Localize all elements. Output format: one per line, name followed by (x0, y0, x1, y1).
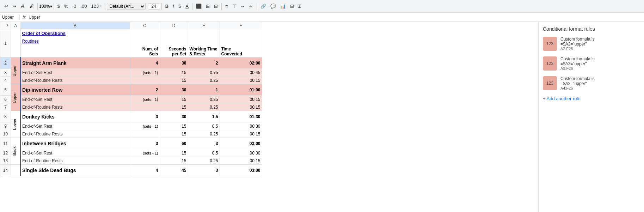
col-header-a[interactable]: A (11, 22, 21, 29)
cell-c13[interactable] (130, 157, 160, 165)
cell-b10[interactable]: End-of-Routine Rests (20, 130, 130, 138)
redo-button[interactable]: ↪ (11, 3, 18, 10)
bold-button[interactable]: B (164, 3, 170, 10)
cell-c9[interactable]: (sets - 1) (130, 122, 160, 130)
cell-d13[interactable]: 15 (160, 157, 188, 165)
cell-d6[interactable]: 15 (160, 96, 188, 103)
cell-d11[interactable]: 60 (160, 138, 188, 149)
cell-f7[interactable]: 00:15 (220, 103, 262, 111)
cell-b4[interactable]: End-of-Routine Rests (20, 77, 130, 84)
underline-button[interactable]: A (184, 3, 190, 10)
cell-b2[interactable]: Straight Arm Plank (20, 57, 130, 69)
cell-f3[interactable]: 00:45 (220, 69, 262, 77)
row-header-10[interactable]: 10 (0, 130, 11, 138)
text-dir-button[interactable]: ↔ (239, 3, 247, 10)
cell-d10[interactable]: 15 (160, 130, 188, 138)
col-header-b[interactable]: B (20, 22, 130, 29)
cell-e14[interactable]: 3 (188, 165, 220, 176)
row-header-14[interactable]: 14 (0, 165, 11, 176)
cell-c10[interactable] (130, 130, 160, 138)
cell-c11[interactable]: 3 (130, 138, 160, 149)
strikethrough-button[interactable]: S (177, 3, 183, 10)
cell-d14[interactable]: 45 (160, 165, 188, 176)
cell-b3[interactable]: End-of-Set Rest (20, 69, 130, 77)
cell-e6[interactable]: 0.25 (188, 96, 220, 103)
cell-d1[interactable]: Secondsper Set (160, 29, 188, 57)
cell-e4[interactable]: 0.25 (188, 77, 220, 84)
undo-button[interactable]: ↩ (2, 3, 10, 10)
cell-e2[interactable]: 2 (188, 57, 220, 69)
link-button[interactable]: 🔗 (259, 3, 268, 10)
cell-c1[interactable]: Num. ofSets (130, 29, 160, 57)
cell-f12[interactable]: 00:30 (220, 149, 262, 157)
cf-rule-2[interactable]: 123 Custom formula is =$A3="upper" A3:F2… (543, 56, 640, 71)
cell-f1[interactable]: TimeConverted (220, 29, 262, 57)
cell-a14[interactable] (11, 165, 21, 176)
decimal-decrease-button[interactable]: .0 (71, 3, 78, 10)
cf-rule-1[interactable]: 123 Custom formula is =$A2="upper" A2:F2… (543, 37, 640, 51)
cell-c8[interactable]: 3 (130, 111, 160, 122)
cell-e8[interactable]: 1.5 (188, 111, 220, 122)
row-header-9[interactable]: 9 (0, 122, 11, 130)
cell-e1[interactable]: Working Time& Rests (188, 29, 220, 57)
merge-button[interactable]: ⊟ (212, 3, 220, 10)
fill-color-button[interactable]: ⬛ (194, 3, 203, 10)
cell-f8[interactable]: 01:30 (220, 111, 262, 122)
cell-a2[interactable]: Upper (11, 57, 21, 84)
cell-f6[interactable]: 00:15 (220, 96, 262, 103)
number-format-button[interactable]: 123+ (89, 3, 103, 10)
print-button[interactable]: 🖨 (19, 3, 27, 10)
cell-d2[interactable]: 30 (160, 57, 188, 69)
font-select[interactable]: Default (Ari... (107, 3, 146, 10)
cell-b5[interactable]: Dip inverted Row (20, 84, 130, 96)
cell-b11[interactable]: Inbetween Bridges (20, 138, 130, 149)
align-button[interactable]: ≡ (223, 3, 230, 10)
cell-a11[interactable]: Back (11, 138, 21, 165)
currency-button[interactable]: $ (56, 3, 62, 10)
row-header-1[interactable]: 1 (0, 29, 11, 57)
cell-b14[interactable]: Single Side Dead Bugs (20, 165, 130, 176)
cell-f5[interactable]: 01:00 (220, 84, 262, 96)
cell-f11[interactable]: 03:00 (220, 138, 262, 149)
cell-f4[interactable]: 00:15 (220, 77, 262, 84)
row-header-11[interactable]: 11 (0, 138, 11, 149)
cell-a1[interactable] (11, 29, 21, 57)
valign-button[interactable]: ⊤ (231, 3, 238, 10)
col-header-f[interactable]: F (220, 22, 262, 29)
row-header-12[interactable]: 12 (0, 149, 11, 157)
cell-d9[interactable]: 15 (160, 122, 188, 130)
cell-e10[interactable]: 0.25 (188, 130, 220, 138)
cell-d3[interactable]: 15 (160, 69, 188, 77)
cf-rule-3[interactable]: 123 Custom formula is =$A2="upper" A4:F2… (543, 76, 640, 90)
cell-b9[interactable]: End-of-Set Rest (20, 122, 130, 130)
cell-a5[interactable]: Upper (11, 84, 21, 111)
cell-b7[interactable]: End-of-Routine Rests (20, 103, 130, 111)
wrap-button[interactable]: ↵ (247, 3, 255, 10)
row-header-4[interactable]: 4 (0, 77, 11, 84)
row-header-2[interactable]: 2 (0, 57, 11, 69)
cell-b1[interactable]: Order of Operations Routines (20, 29, 130, 57)
cell-d5[interactable]: 30 (160, 84, 188, 96)
cell-e7[interactable]: 0.25 (188, 103, 220, 111)
cell-d12[interactable]: 15 (160, 149, 188, 157)
col-header-e[interactable]: E (188, 22, 220, 29)
row-header-7[interactable]: 7 (0, 103, 11, 111)
percent-button[interactable]: % (62, 3, 70, 10)
cell-e3[interactable]: 0.75 (188, 69, 220, 77)
decimal-increase-button[interactable]: .00 (79, 3, 88, 10)
filter-button[interactable]: ⊟ (288, 3, 296, 10)
cell-f14[interactable]: 03:00 (220, 165, 262, 176)
cell-b8[interactable]: Donkey Kicks (20, 111, 130, 122)
cell-c4[interactable] (130, 77, 160, 84)
cell-d8[interactable]: 30 (160, 111, 188, 122)
cell-c12[interactable]: (sets - 1) (130, 149, 160, 157)
paint-format-button[interactable]: 🖌 (27, 3, 36, 10)
cell-b6[interactable]: End-of-Set Rest (20, 96, 130, 103)
cell-c3[interactable]: (sets - 1) (130, 69, 160, 77)
cell-b12[interactable]: End-of-Set Rest (20, 149, 130, 157)
row-header-13[interactable]: 13 (0, 157, 11, 165)
cell-e11[interactable]: 3 (188, 138, 220, 149)
row-header-6[interactable]: 6 (0, 96, 11, 103)
cell-b13[interactable]: End-of-Routine Rests (20, 157, 130, 165)
row-header-3[interactable]: 3 (0, 69, 11, 77)
